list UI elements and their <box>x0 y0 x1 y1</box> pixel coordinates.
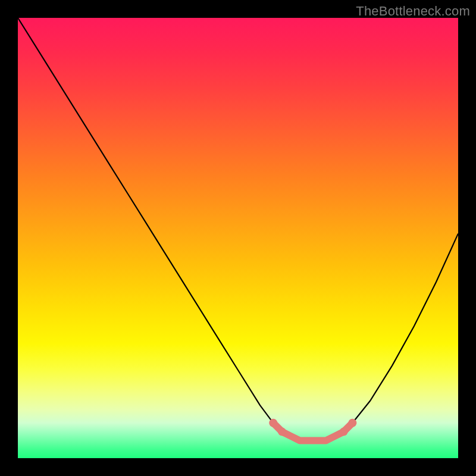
highlight-dot <box>340 428 348 436</box>
highlight-dot <box>269 419 277 427</box>
curve-path <box>18 18 458 440</box>
highlight-dot <box>348 419 356 427</box>
chart-svg <box>18 18 458 458</box>
chart-stage: TheBottleneck.com <box>0 0 476 476</box>
watermark-text: TheBottleneck.com <box>356 4 470 19</box>
plot-area <box>18 18 458 458</box>
highlight-dot <box>278 428 286 436</box>
